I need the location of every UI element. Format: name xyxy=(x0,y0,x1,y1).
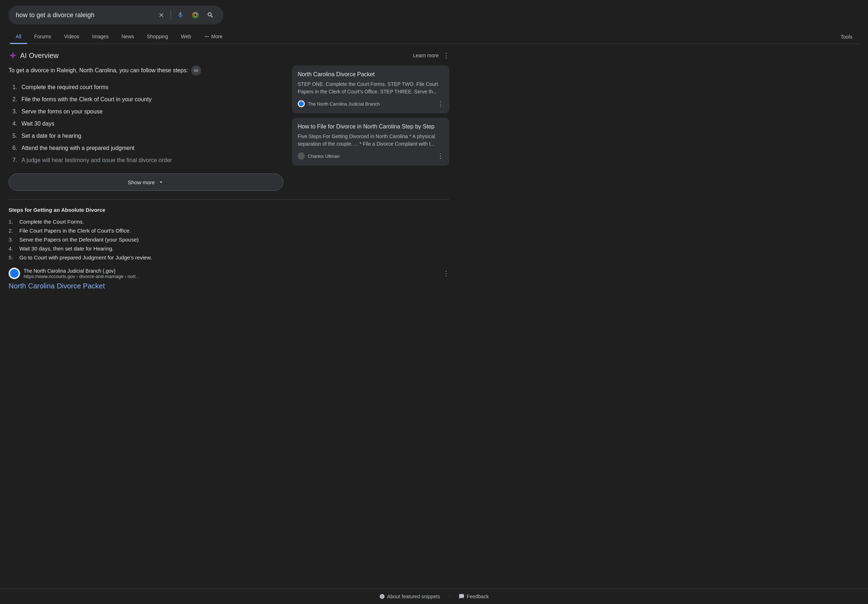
ai-spark-icon xyxy=(9,51,17,60)
section-divider xyxy=(9,199,450,200)
chevron-down-icon xyxy=(158,179,164,185)
tab-news[interactable]: News xyxy=(116,30,140,44)
card-1-more-button[interactable]: ⋮ xyxy=(437,100,444,108)
tab-more[interactable]: More xyxy=(198,30,228,44)
search-submit-button[interactable] xyxy=(205,9,216,21)
close-icon xyxy=(158,12,164,18)
list-item: 6. Attend the hearing with a prepared ju… xyxy=(9,142,284,154)
feedback-button[interactable]: Feedback xyxy=(459,594,488,599)
ai-overview-title: AI Overview xyxy=(9,51,59,60)
source-favicon-1 xyxy=(298,100,305,107)
list-item: 2. File Court Papers in the Clerk of Cou… xyxy=(9,226,450,235)
charles-favicon xyxy=(298,152,305,160)
ai-card-1[interactable]: North Carolina Divorce Packet STEP ONE. … xyxy=(292,65,450,113)
header: how to get a divorce raleigh xyxy=(0,0,868,44)
source-name: The North Carolina Judicial Branch (.gov… xyxy=(23,268,439,274)
info-icon xyxy=(379,594,385,599)
source-info: The North Carolina Judicial Branch (.gov… xyxy=(23,268,439,279)
source-url: https://www.nccourts.gov › divorce-and-m… xyxy=(23,274,439,279)
tab-web[interactable]: Web xyxy=(175,30,197,44)
tab-all[interactable]: All xyxy=(10,30,27,44)
list-item: 1. Complete the Court Forms. xyxy=(9,217,450,226)
featured-snippet: Steps for Getting an Absolute Divorce 1.… xyxy=(9,207,450,290)
ai-card-2-source: Charles Ullman xyxy=(298,152,339,160)
lens-icon xyxy=(191,11,199,19)
ai-card-1-source: The North Carolina Judicial Branch xyxy=(298,100,380,107)
ai-steps-list: 1. Complete the required court forms 2. … xyxy=(9,81,284,166)
search-input[interactable]: how to get a divorce raleigh xyxy=(16,11,151,19)
ai-intro-text: To get a divorce in Raleigh, North Carol… xyxy=(9,65,284,76)
tab-forums[interactable]: Forums xyxy=(29,30,57,44)
search-icons xyxy=(156,9,216,21)
ai-overview-header: AI Overview Learn more ⋮ xyxy=(9,51,450,60)
list-item: 3. Serve the forms on your spouse xyxy=(9,105,284,118)
ai-card-2-snippet: Five Steps For Getting Divorced in North… xyxy=(298,133,444,148)
search-bar[interactable]: how to get a divorce raleigh xyxy=(9,6,223,24)
microphone-icon xyxy=(177,11,184,19)
svg-point-1 xyxy=(194,13,197,17)
tab-images[interactable]: Images xyxy=(87,30,115,44)
source-row: The North Carolina Judicial Branch (.gov… xyxy=(9,268,450,279)
list-item: 4. Wait 30 days xyxy=(9,118,284,130)
svg-point-0 xyxy=(192,12,198,18)
list-item: 3. Serve the Papers on the Defendant (yo… xyxy=(9,235,450,244)
snippet-header: Steps for Getting an Absolute Divorce xyxy=(9,207,450,213)
search-icon xyxy=(207,11,214,19)
voice-search-button[interactable] xyxy=(175,9,186,21)
ai-overview-body: To get a divorce in Raleigh, North Carol… xyxy=(9,65,450,191)
main-content: AI Overview Learn more ⋮ To get a divorc… xyxy=(0,44,458,306)
ai-left-panel: To get a divorce in Raleigh, North Carol… xyxy=(9,65,284,191)
clear-button[interactable] xyxy=(156,9,167,21)
ai-card-1-title: North Carolina Divorce Packet xyxy=(298,71,444,77)
show-more-button[interactable]: Show more xyxy=(9,173,284,191)
list-item: 4. Wait 30 days, then set date for Heari… xyxy=(9,244,450,253)
ai-overview-more-button[interactable]: ⋮ xyxy=(443,51,450,59)
lens-button[interactable] xyxy=(190,9,201,21)
footer-dot: · xyxy=(449,593,450,600)
source-favicon-2 xyxy=(298,152,305,160)
search-divider xyxy=(170,10,171,20)
list-item: 1. Complete the required court forms xyxy=(9,81,284,93)
list-item: 2. File the forms with the Clerk of Cour… xyxy=(9,93,284,105)
source-more-button[interactable]: ⋮ xyxy=(443,269,450,277)
search-bar-row: how to get a divorce raleigh xyxy=(9,6,859,24)
tab-shopping[interactable]: Shopping xyxy=(141,30,174,44)
snippet-list: 1. Complete the Court Forms. 2. File Cou… xyxy=(9,217,450,262)
ai-card-1-snippet: STEP ONE. Complete the Court Forms. STEP… xyxy=(298,81,444,96)
about-snippets-button[interactable]: About featured snippets xyxy=(379,594,440,599)
ai-card-1-footer: The North Carolina Judicial Branch ⋮ xyxy=(298,100,444,108)
footer-bar: About featured snippets · Feedback xyxy=(0,589,868,604)
tools-tab[interactable]: Tools xyxy=(835,30,858,43)
ai-card-2[interactable]: How to File for Divorce in North Carolin… xyxy=(292,118,450,166)
tab-videos[interactable]: Videos xyxy=(58,30,85,44)
ai-right-panel: North Carolina Divorce Packet STEP ONE. … xyxy=(292,65,450,166)
card-2-more-button[interactable]: ⋮ xyxy=(437,152,444,160)
source-icon xyxy=(9,268,20,279)
learn-more-link[interactable]: Learn more xyxy=(413,53,439,58)
ai-overview-section: AI Overview Learn more ⋮ To get a divorc… xyxy=(9,51,450,191)
feedback-icon xyxy=(459,594,464,599)
list-item: 5. Go to Court with prepared Judgment fo… xyxy=(9,253,450,262)
result-title-link[interactable]: North Carolina Divorce Packet xyxy=(9,282,105,290)
copy-link-button[interactable] xyxy=(191,65,201,76)
link-icon xyxy=(194,68,198,73)
ai-overview-actions: Learn more ⋮ xyxy=(413,51,450,59)
nc-favicon xyxy=(298,100,305,107)
list-item: 5. Set a date for a hearing xyxy=(9,130,284,142)
ai-card-2-footer: Charles Ullman ⋮ xyxy=(298,152,444,160)
nav-tabs: All Forums Videos Images News Shopping W… xyxy=(9,30,859,44)
ai-card-2-title: How to File for Divorce in North Carolin… xyxy=(298,124,444,130)
more-icon xyxy=(204,34,210,39)
list-item: 7. A judge will hear testimony and issue… xyxy=(9,154,284,166)
